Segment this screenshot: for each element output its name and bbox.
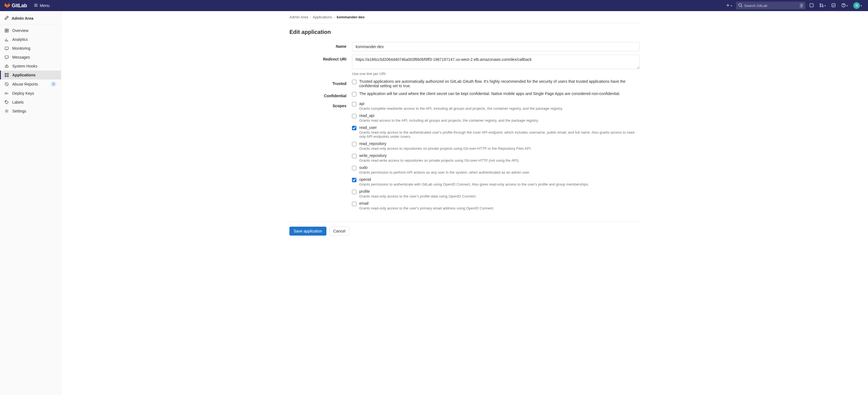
search-box[interactable]: /: [736, 2, 805, 9]
issues-icon: [809, 3, 814, 8]
sidebar-item-messages[interactable]: Messages: [0, 53, 61, 62]
search-input[interactable]: [744, 4, 800, 8]
sidebar-item-analytics[interactable]: Analytics: [0, 35, 61, 44]
chevron-right-icon: ›: [310, 15, 311, 19]
svg-point-18: [5, 93, 7, 94]
scope-label: read_repository: [359, 141, 532, 146]
sidebar-item-label: Monitoring: [12, 46, 30, 51]
trusted-checkbox[interactable]: [352, 80, 356, 84]
chevron-right-icon: ›: [334, 15, 335, 19]
new-dropdown-button[interactable]: ▾: [724, 2, 734, 9]
divider: [289, 221, 640, 222]
sidebar-item-settings[interactable]: Settings: [0, 107, 61, 116]
scope-label: email: [359, 201, 494, 205]
sidebar-item-badge: 0: [51, 82, 56, 87]
scope-row-sudo: sudoGrants permission to perform API act…: [352, 165, 640, 174]
svg-point-19: [6, 101, 6, 102]
messages-icon: [4, 55, 9, 60]
sidebar-item-labels[interactable]: Labels: [0, 98, 61, 107]
scope-checkbox-read-api[interactable]: [352, 114, 356, 118]
svg-rect-11: [5, 47, 8, 50]
field-row-redirect-uri: Redirect URI Use one line per URI: [289, 53, 640, 77]
svg-rect-14: [7, 73, 8, 74]
svg-rect-15: [5, 75, 6, 77]
help-dropdown[interactable]: ▾: [840, 2, 849, 9]
svg-point-20: [6, 110, 7, 112]
scope-checkbox-api[interactable]: [352, 102, 356, 106]
scope-row-profile: profileGrants read-only access to the us…: [352, 189, 640, 198]
label-name: Name: [289, 42, 352, 48]
button-row: Save application Cancel: [289, 227, 640, 236]
chevron-down-icon: ▾: [861, 4, 862, 7]
field-row-trusted: Trusted Trusted applications are automat…: [289, 77, 640, 90]
cancel-button[interactable]: Cancel: [329, 227, 350, 236]
svg-rect-7: [5, 29, 6, 30]
merge-request-icon: [819, 3, 824, 8]
overview-icon: [4, 28, 9, 33]
admin-icon: [4, 15, 9, 21]
svg-rect-13: [5, 73, 6, 74]
scope-row-write-repository: write_repositoryGrants read-write access…: [352, 153, 640, 163]
chevron-down-icon: ▾: [731, 4, 732, 7]
scope-label: sudo: [359, 165, 530, 170]
scope-checkbox-openid[interactable]: [352, 178, 356, 182]
scope-row-openid: openidGrants permission to authenticate …: [352, 177, 640, 187]
field-row-name: Name: [289, 40, 640, 53]
main-menu-button[interactable]: Menu: [31, 1, 52, 10]
breadcrumb-applications[interactable]: Applications: [313, 15, 332, 19]
logo-area[interactable]: GitLab: [4, 2, 27, 9]
breadcrumb: Admin Area › Applications › kommander-de…: [289, 11, 640, 23]
scope-description: Grants permission to authenticate with G…: [359, 182, 589, 187]
breadcrumb-current: kommander-dex: [337, 15, 365, 19]
breadcrumb-admin-area[interactable]: Admin Area: [289, 15, 308, 19]
label-scopes: Scopes: [289, 101, 352, 108]
issues-link[interactable]: [808, 2, 815, 9]
merge-requests-dropdown[interactable]: ▾: [818, 2, 828, 9]
scope-checkbox-sudo[interactable]: [352, 166, 356, 170]
user-menu[interactable]: ⦿ ▾: [851, 2, 864, 9]
sidebar-item-abuse-reports[interactable]: Abuse Reports0: [0, 79, 61, 89]
svg-rect-1: [810, 4, 813, 7]
scope-checkbox-read-repository[interactable]: [352, 142, 356, 146]
svg-rect-8: [7, 29, 8, 30]
search-icon: [738, 3, 743, 8]
field-row-confidential: Confidential The application will be use…: [289, 90, 640, 100]
gitlab-logo-icon: [4, 2, 10, 9]
scope-description: Grants read access to the API, including…: [359, 118, 539, 123]
redirect-uri-textarea[interactable]: [352, 55, 640, 69]
scope-label: api: [359, 101, 563, 106]
sidebar-item-label: Abuse Reports: [12, 82, 38, 87]
svg-rect-9: [5, 31, 6, 32]
scope-checkbox-profile[interactable]: [352, 190, 356, 194]
scope-description: Grants read-only access to the user's pr…: [359, 206, 494, 210]
scope-description: Grants permission to perform API actions…: [359, 170, 530, 174]
sidebar-item-system-hooks[interactable]: System Hooks: [0, 62, 61, 71]
page-title: Edit application: [289, 29, 640, 35]
field-row-scopes: Scopes apiGrants complete read/write acc…: [289, 100, 640, 215]
hooks-icon: [4, 64, 9, 68]
scope-label: read_api: [359, 113, 539, 118]
labels-icon: [4, 100, 9, 104]
scope-checkbox-email[interactable]: [352, 202, 356, 206]
sidebar-item-applications[interactable]: Applications: [0, 71, 61, 79]
confidential-checkbox[interactable]: [352, 92, 356, 96]
sidebar-item-overview[interactable]: Overview: [0, 26, 61, 35]
menu-label: Menu: [40, 3, 50, 8]
keys-icon: [4, 91, 9, 96]
trusted-description: Trusted applications are automatically a…: [359, 79, 626, 88]
analytics-icon: [4, 37, 9, 42]
scope-checkbox-write-repository[interactable]: [352, 154, 356, 158]
scope-checkbox-read-user[interactable]: [352, 126, 356, 130]
monitoring-icon: [4, 46, 9, 51]
todos-link[interactable]: [830, 2, 837, 9]
scope-description: Grants read-only access to repositories …: [359, 146, 532, 151]
sidebar-title[interactable]: Admin Area: [0, 12, 61, 25]
scope-row-api: apiGrants complete read/write access to …: [352, 101, 640, 110]
scope-row-read-repository: read_repositoryGrants read-only access t…: [352, 141, 640, 151]
plus-icon: [726, 3, 730, 8]
save-application-button[interactable]: Save application: [289, 227, 327, 236]
abuse-icon: [4, 82, 9, 87]
name-input[interactable]: [352, 42, 640, 52]
sidebar-item-deploy-keys[interactable]: Deploy Keys: [0, 89, 61, 98]
sidebar-item-monitoring[interactable]: Monitoring: [0, 44, 61, 53]
